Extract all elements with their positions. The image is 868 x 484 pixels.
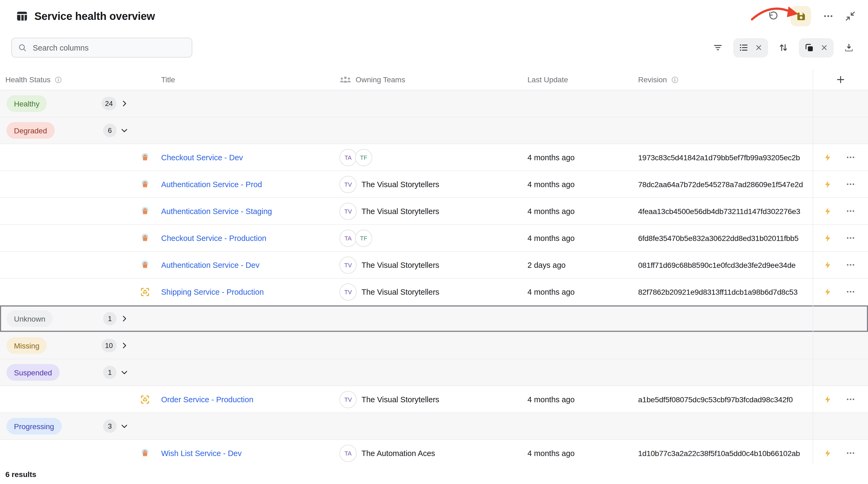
octopus-service-icon — [140, 206, 150, 217]
clear-group-button[interactable] — [820, 44, 828, 52]
service-link[interactable]: Authentication Service - Prod — [161, 180, 262, 189]
row-menu-button[interactable] — [845, 448, 856, 458]
title-cell: Authentication Service - Prod — [134, 171, 333, 197]
service-link[interactable]: Checkout Service - Production — [161, 234, 267, 242]
owning-teams-cell: TAThe Automation Aces — [333, 440, 524, 463]
column-header-teams[interactable]: Owning Teams — [333, 69, 524, 90]
row-actions-cell — [813, 279, 868, 305]
column-header-updated[interactable]: Last Update — [524, 69, 637, 90]
run-action-button[interactable] — [824, 287, 832, 296]
run-action-button[interactable] — [824, 179, 832, 189]
owning-teams-cell — [333, 359, 524, 386]
group-row-missing[interactable]: Missing10 — [0, 332, 868, 359]
run-action-button[interactable] — [824, 395, 832, 404]
info-icon[interactable] — [54, 76, 62, 84]
expand-group-chevron[interactable] — [120, 315, 128, 323]
table-body-viewport: Healthy24Degraded6Checkout Service - Dev… — [0, 90, 868, 463]
service-link[interactable]: Authentication Service - Staging — [161, 207, 272, 216]
health-status-cell: Missing10 — [0, 332, 134, 359]
expand-group-chevron[interactable] — [120, 341, 128, 349]
revision-cell: 1973c83c5d41842a1d79bb5ef7fb99a93205ec2b — [637, 144, 813, 170]
service-link[interactable]: Checkout Service - Dev — [161, 153, 243, 162]
table-row[interactable]: Wish List Service - DevTAThe Automation … — [0, 440, 868, 463]
more-options-button[interactable] — [823, 11, 834, 22]
revision-cell — [637, 359, 813, 386]
add-column-button[interactable] — [835, 74, 846, 85]
row-menu-button[interactable] — [845, 179, 856, 189]
row-actions-cell — [813, 252, 868, 278]
health-status-cell — [0, 171, 134, 197]
collapse-group-chevron[interactable] — [120, 368, 128, 376]
group-row-unknown[interactable]: Unknown1 — [0, 306, 868, 332]
group-meta: 10 — [101, 339, 128, 352]
column-header-revision[interactable]: Revision — [637, 69, 813, 90]
column-header-health[interactable]: Health Status — [0, 69, 134, 90]
clear-view-button[interactable] — [755, 44, 763, 52]
run-action-button[interactable] — [824, 206, 832, 216]
table-row[interactable]: Checkout Service - ProductionTATF4 month… — [0, 225, 868, 252]
view-mode-pill — [733, 38, 768, 57]
group-row-progressing[interactable]: Progressing3 — [0, 413, 868, 440]
run-action-button[interactable] — [824, 152, 832, 162]
list-view-icon[interactable] — [739, 42, 749, 53]
team-avatar: TV — [339, 256, 356, 274]
collapse-group-chevron[interactable] — [120, 422, 128, 430]
row-actions-cell — [813, 90, 868, 117]
run-action-button[interactable] — [824, 260, 832, 270]
sort-button[interactable] — [778, 42, 788, 53]
filter-button[interactable] — [713, 42, 723, 53]
title-cell: Authentication Service - Dev — [134, 252, 333, 278]
group-row-healthy[interactable]: Healthy24 — [0, 90, 868, 117]
health-status-cell: Suspended1 — [0, 359, 134, 386]
service-link[interactable]: Authentication Service - Dev — [161, 261, 259, 269]
run-action-button[interactable] — [824, 448, 832, 458]
health-status-cell — [0, 386, 134, 412]
row-menu-button[interactable] — [845, 287, 856, 297]
save-button[interactable] — [790, 6, 811, 26]
title-cell: Checkout Service - Production — [134, 225, 333, 251]
search-icon — [18, 43, 27, 52]
group-row-suspended[interactable]: Suspended1 — [0, 359, 868, 386]
revision-cell: 78dc2aa64a7b72de545278a7ad28609e1f547e2d — [637, 171, 813, 197]
undo-button[interactable] — [768, 10, 779, 22]
service-link[interactable]: Wish List Service - Dev — [161, 449, 242, 457]
group-count-badge: 10 — [101, 339, 117, 352]
service-link[interactable]: Shipping Service - Production — [161, 287, 264, 296]
collapse-group-chevron[interactable] — [120, 126, 128, 135]
table-row[interactable]: Shipping Service - ProductionTVThe Visua… — [0, 279, 868, 306]
search-columns-field[interactable] — [11, 38, 192, 58]
row-menu-button[interactable] — [845, 152, 856, 163]
row-menu-button[interactable] — [845, 260, 856, 270]
table-row[interactable]: Authentication Service - StagingTVThe Vi… — [0, 198, 868, 225]
group-row-degraded[interactable]: Degraded6 — [0, 117, 868, 144]
table-icon — [16, 10, 28, 22]
table-row[interactable]: Authentication Service - DevTVThe Visual… — [0, 252, 868, 279]
row-actions-cell — [813, 332, 868, 359]
expand-group-chevron[interactable] — [120, 99, 128, 108]
owning-teams-cell: TVThe Visual Storytellers — [333, 386, 524, 412]
service-link[interactable]: Order Service - Production — [161, 395, 253, 404]
table-row[interactable]: Authentication Service - ProdTVThe Visua… — [0, 171, 868, 198]
group-by-icon[interactable] — [804, 42, 814, 53]
team-avatar: TF — [355, 149, 372, 166]
collapse-button[interactable] — [845, 11, 855, 21]
octopus-service-icon — [140, 448, 150, 458]
last-update-cell — [524, 359, 637, 386]
column-header-title[interactable]: Title — [134, 69, 333, 90]
search-input[interactable] — [32, 43, 186, 52]
table-row[interactable]: Order Service - ProductionTVThe Visual S… — [0, 386, 868, 413]
team-name: The Automation Aces — [362, 449, 435, 457]
download-button[interactable] — [844, 42, 854, 53]
row-actions-cell — [813, 413, 868, 439]
row-menu-button[interactable] — [845, 394, 856, 404]
row-actions-cell — [813, 171, 868, 197]
run-action-button[interactable] — [824, 233, 832, 243]
group-count-badge: 1 — [103, 366, 117, 379]
octopus-service-icon — [140, 233, 150, 243]
row-menu-button[interactable] — [845, 233, 856, 243]
row-actions-cell — [813, 386, 868, 412]
health-status-cell — [0, 144, 134, 170]
row-menu-button[interactable] — [845, 206, 856, 216]
table-row[interactable]: Checkout Service - DevTATF4 months ago19… — [0, 144, 868, 171]
info-icon[interactable] — [671, 76, 679, 84]
